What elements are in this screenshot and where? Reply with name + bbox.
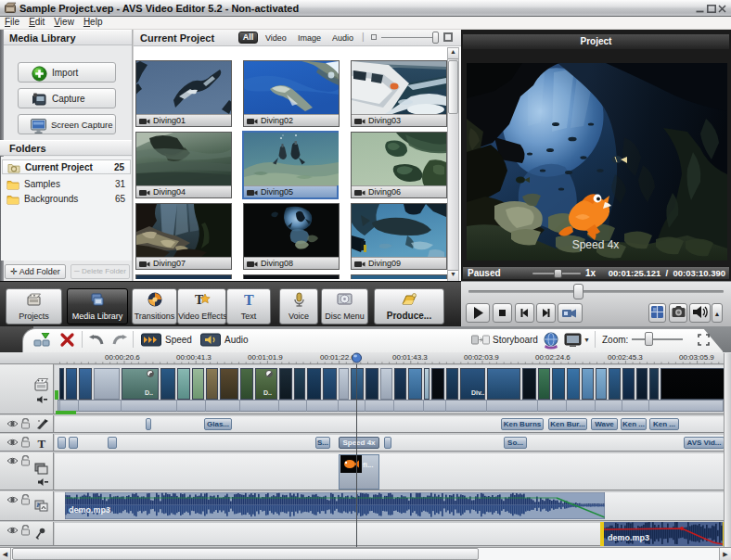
svg-text:Speed 4x: Speed 4x	[572, 238, 620, 251]
svg-text:demo.mp3: demo.mp3	[69, 505, 110, 515]
svg-text:T: T	[244, 292, 254, 308]
svg-text:demo.mp3: demo.mp3	[608, 533, 649, 542]
svg-text:T: T	[38, 438, 46, 449]
